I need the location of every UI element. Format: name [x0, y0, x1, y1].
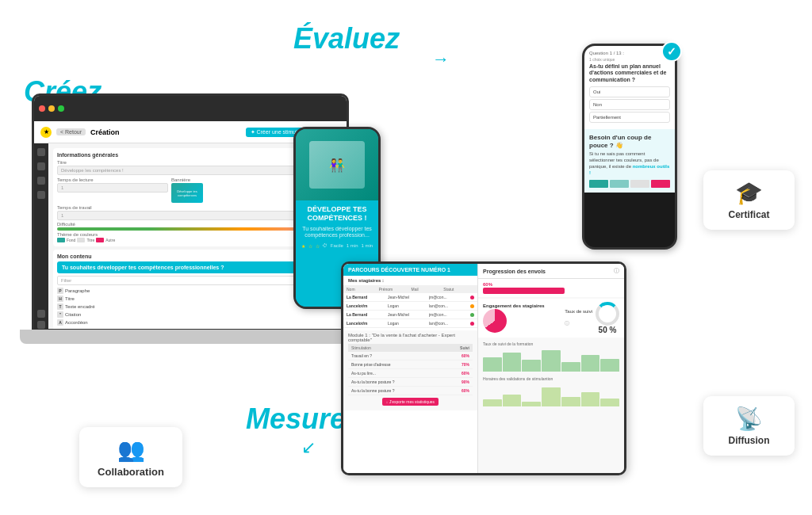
sidebar-user[interactable] [37, 321, 45, 329]
color-autre[interactable] [96, 238, 104, 242]
phone-help-bottom: Besoin d'un coup de pouce ? 👋 Si tu ne s… [584, 129, 675, 192]
bar-4 [542, 350, 561, 372]
star1: ★ [301, 243, 305, 249]
back-button[interactable]: < Retour [56, 128, 86, 135]
prog-label: 60% [483, 282, 619, 287]
module-section: Module 1 : "De la vente à l'achat d'ache… [343, 330, 477, 410]
bar2-6 [581, 392, 600, 406]
module-row-4: As-tu la bonne posture ? 90% [348, 378, 473, 387]
bar-3 [522, 360, 541, 372]
th-prenom: Prénom [379, 287, 410, 292]
para-label: Paragraphe [65, 288, 90, 293]
fond-label: Fond [67, 238, 75, 242]
td-mail-3: jm@con... [429, 312, 469, 317]
star2: ☆ [308, 243, 312, 249]
dot-red [39, 105, 45, 112]
mr-label-3: As-tu pu lire... [351, 371, 430, 376]
citation-icon: " [57, 311, 63, 318]
mr-val-3: 60% [430, 371, 469, 376]
encadre-label: Texte encadré [65, 304, 95, 309]
autre-label: Autre [105, 238, 115, 242]
td-nom-1: La Bernard [347, 295, 386, 299]
phone-right: Question 1 / 13 : 1 choix unique As-tu d… [582, 44, 677, 250]
suivi-circle [596, 302, 619, 326]
cert-label: Certificat [711, 209, 787, 220]
table-row: La Bernard Jean-Michel jm@con... [343, 293, 477, 302]
page-title: Création [90, 128, 120, 136]
engagement-group: Engagement des stagiaires [483, 303, 561, 333]
quiz-option-2[interactable]: Non [589, 99, 670, 110]
cert-icon: 🎓 [711, 180, 787, 206]
chart-area-1: Taux de suivi de la formation [478, 339, 624, 374]
citation-label: Citation [65, 312, 81, 317]
titre-menu-label: Titre [65, 296, 75, 301]
titre-label: Titre [86, 238, 94, 242]
sidebar-home[interactable] [37, 148, 45, 156]
stagiaires-title: Mes stagiaires : [343, 276, 477, 285]
swatch-2 [610, 180, 629, 188]
mr-val-5: 60% [430, 388, 469, 393]
td-prenom-4: Logan [388, 321, 427, 326]
sidebar-settings[interactable] [37, 310, 45, 318]
bar-5 [561, 362, 580, 372]
engagement-title: Engagement des stagiaires [483, 303, 561, 309]
sidebar-nav1[interactable] [37, 162, 45, 170]
diff-label: Diffusion [711, 435, 787, 446]
banner-thumb[interactable]: Développe tes compétences [171, 183, 203, 203]
progression-header: Progression des envois ⓘ [478, 264, 624, 279]
read-time-field: Temps de lecture 1 [57, 177, 168, 203]
module-row-3: As-tu pu lire... 60% [348, 369, 473, 378]
app-bar [34, 96, 347, 121]
phone-big-text: DÉVELOPPE TES COMPÉTENCES ! [301, 205, 373, 223]
app-sidebar [34, 143, 48, 329]
phone-level: Facile [331, 243, 343, 249]
table-row: Lancelot/m Logan lan@con... [343, 319, 477, 328]
phone-people-image: 👫 [309, 141, 365, 189]
quiz-option-1[interactable]: Oui [589, 86, 670, 97]
mr-label-4: As-tu la bonne posture ? [351, 380, 430, 384]
module-title: Module 1 : "De la vente à l'achat d'ache… [348, 333, 473, 342]
dot-green [58, 105, 64, 112]
sidebar-nav3[interactable] [37, 191, 45, 199]
status-2 [470, 304, 474, 308]
suivi-value-group: 50 % [596, 302, 619, 334]
phone-meta: ★ ☆ ☆ ⏱ Facile 1 min 1 min [301, 243, 373, 249]
quiz-option-3[interactable]: Partiellement [589, 112, 670, 123]
menu-citation[interactable]: " Citation [57, 311, 338, 319]
color-fond[interactable] [57, 238, 65, 242]
accordeon-label: Accordéon [65, 320, 88, 325]
star3: ☆ [316, 243, 320, 249]
td-mail-2: lan@con... [429, 303, 469, 308]
para-icon: P [57, 288, 63, 294]
sidebar-nav2[interactable] [37, 177, 45, 185]
suivi-section: Taux de suivi ⓘ 50 % [565, 302, 619, 334]
color-titre[interactable] [77, 238, 85, 242]
scene: Créez ↙ Évaluez → Mesurez ↙ ★ < Retour C… [0, 0, 812, 515]
quiz-question: As-tu défini un plan annuel d'actions co… [589, 63, 670, 83]
read-time-label: Temps de lecture [57, 177, 168, 182]
quiz-type: 1 choix unique [589, 57, 670, 62]
quiz-progress: Question 1 / 13 : [589, 51, 670, 55]
chart-area-2: Horaires des validations de stimulantion [478, 374, 624, 409]
phone-quiz-top: Question 1 / 13 : 1 choix unique As-tu d… [584, 46, 675, 129]
engagement-section: Engagement des stagiaires Taux de suivi … [478, 299, 624, 338]
menu-accordeon[interactable]: A Accordéon [57, 319, 338, 326]
table-row: Lancelot/m Logan lan@con... [343, 302, 477, 311]
certificat-badge: 🎓 Certificat [703, 170, 795, 230]
encadre-icon: T [57, 303, 63, 310]
table-row: La Bernard Jean-Michel jm@con... [343, 311, 477, 319]
mr-label-2: Bonne prise d'adresse [351, 362, 430, 367]
phone-time1: 1 min [347, 243, 358, 249]
prog-bar-container: 60% [478, 279, 624, 297]
export-button[interactable]: ↓ J'exporte mes statistiques [382, 398, 439, 406]
read-time-input[interactable]: 1 [57, 183, 168, 193]
td-prenom-2: Logan [388, 303, 427, 308]
mth-stimulation: Stimulation [351, 345, 430, 350]
diff-icon: 📡 [711, 406, 787, 432]
help-link[interactable]: nombreux outils ! [589, 164, 669, 175]
phone-img-area: 👫 [296, 129, 378, 200]
bar-2 [503, 353, 522, 372]
mr-label-1: Travail en ? [351, 353, 430, 358]
swatch-3 [630, 180, 649, 188]
th-mail: Mail [412, 287, 442, 292]
